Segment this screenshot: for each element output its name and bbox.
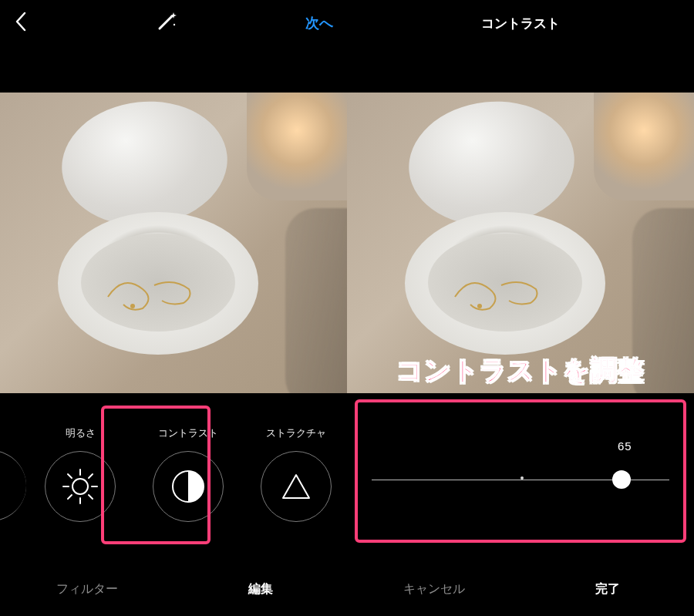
svg-line-8 <box>89 495 93 499</box>
header: 次へ <box>0 0 347 46</box>
chevron-left-icon <box>14 11 28 32</box>
svg-point-0 <box>174 24 175 25</box>
back-button[interactable] <box>14 11 28 35</box>
photo-preview <box>0 93 347 393</box>
cancel-button[interactable]: キャンセル <box>347 581 520 597</box>
tab-filter[interactable]: フィルター <box>0 581 174 597</box>
svg-line-9 <box>89 474 93 478</box>
triangle-icon <box>278 469 314 504</box>
bottom-tabs: フィルター 編集 <box>0 562 347 616</box>
tool-structure[interactable]: ストラクチャ <box>242 426 350 522</box>
bottom-actions: キャンセル 完了 <box>347 562 694 616</box>
edit-tools-screen: 次へ 明るさ <box>0 0 347 616</box>
slider-origin-marker <box>520 476 524 480</box>
annotation-highlight <box>101 406 211 544</box>
sun-icon <box>61 467 99 506</box>
header-title: コントラスト <box>347 0 694 46</box>
contrast-slider[interactable]: 65 <box>355 404 686 540</box>
jewelry-decor <box>447 266 563 320</box>
tool-adjust[interactable] <box>0 428 26 521</box>
jewelry-decor <box>100 266 216 320</box>
svg-line-7 <box>68 474 72 478</box>
tool-label: ストラクチャ <box>242 426 350 440</box>
next-button[interactable]: 次へ <box>305 14 333 32</box>
svg-line-10 <box>68 495 72 499</box>
slider-value: 65 <box>618 439 632 453</box>
contrast-adjust-screen: コントラスト コントラストを調整 65 キャンセル 完了 <box>347 0 694 616</box>
photo-preview <box>347 93 694 393</box>
svg-point-12 <box>477 304 482 308</box>
wand-icon <box>155 10 178 33</box>
annotation-text: コントラストを調整 <box>347 353 694 389</box>
done-button[interactable]: 完了 <box>520 581 694 597</box>
svg-point-2 <box>72 479 88 494</box>
slider-thumb[interactable] <box>612 470 631 489</box>
magic-wand-button[interactable] <box>155 10 178 36</box>
tab-edit[interactable]: 編集 <box>174 581 347 597</box>
svg-point-1 <box>130 304 135 308</box>
